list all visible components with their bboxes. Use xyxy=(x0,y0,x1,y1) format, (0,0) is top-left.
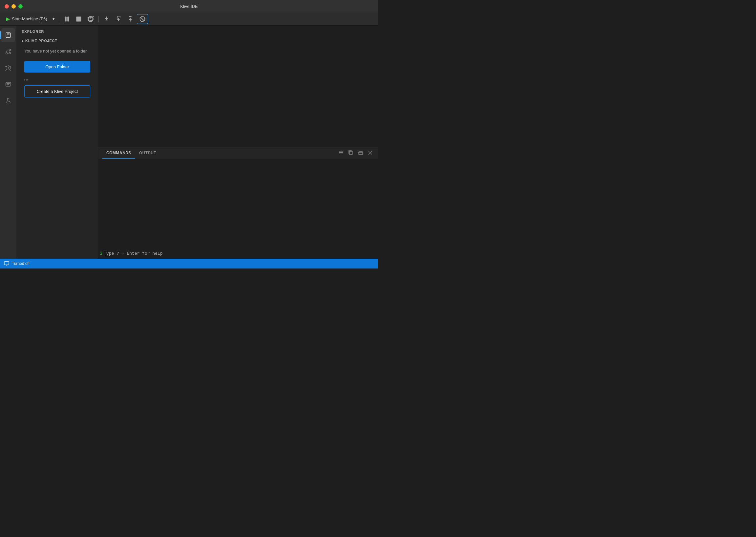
tasks-icon xyxy=(5,81,12,88)
panel: COMMANDS OUTPUT xyxy=(99,147,378,259)
copy-icon xyxy=(348,150,353,155)
svg-line-8 xyxy=(141,18,144,21)
step-out-icon xyxy=(127,16,134,22)
status-text: Turned off xyxy=(12,261,29,266)
debug-icon xyxy=(5,65,12,71)
svg-rect-18 xyxy=(339,152,343,153)
step-over-button[interactable] xyxy=(113,15,124,23)
pause-icon xyxy=(64,16,70,22)
toolbar-separator-2 xyxy=(99,16,99,22)
panel-tabs: COMMANDS OUTPUT xyxy=(99,147,378,159)
title-bar: Klive IDE xyxy=(0,0,378,13)
svg-rect-21 xyxy=(359,152,363,155)
stop-icon xyxy=(75,16,82,22)
panel-content: $ Type ? + Enter for help xyxy=(99,159,378,259)
project-title: KLIVE PROJECT xyxy=(25,39,58,43)
activity-item-tasks[interactable] xyxy=(1,77,15,91)
status-icon xyxy=(4,261,9,267)
svg-rect-20 xyxy=(349,151,352,155)
activity-bar xyxy=(0,25,17,259)
step-over-icon xyxy=(115,16,122,22)
panel-close-button[interactable] xyxy=(366,149,374,157)
restart-button[interactable] xyxy=(85,15,96,23)
project-section: ▾ KLIVE PROJECT You have not yet opened … xyxy=(17,36,98,100)
editor-area: COMMANDS OUTPUT xyxy=(99,25,378,259)
play-icon: ▶ xyxy=(6,16,10,22)
activity-item-git[interactable] xyxy=(1,45,15,59)
svg-rect-2 xyxy=(76,17,81,21)
project-title-row[interactable]: ▾ KLIVE PROJECT xyxy=(19,37,96,44)
run-dropdown-button[interactable]: ▾ xyxy=(51,15,56,22)
status-bar: Turned off xyxy=(0,259,378,268)
terminal-help-text: Type ? + Enter for help xyxy=(104,251,162,256)
step-into-icon xyxy=(103,16,110,22)
stop-button[interactable] xyxy=(73,15,84,23)
status-display-icon xyxy=(4,261,9,266)
toggle-button[interactable] xyxy=(137,14,148,24)
editor-content xyxy=(99,25,378,147)
step-out-button[interactable] xyxy=(125,15,136,23)
files-icon xyxy=(5,32,12,38)
tab-output[interactable]: OUTPUT xyxy=(135,148,160,158)
tab-commands[interactable]: COMMANDS xyxy=(102,148,135,158)
panel-maximize-button[interactable] xyxy=(356,149,365,157)
toolbar: ▶ Start Machine (F5) ▾ xyxy=(0,13,378,25)
minimize-button[interactable] xyxy=(12,4,16,9)
svg-rect-14 xyxy=(6,82,11,86)
close-panel-icon xyxy=(368,150,373,155)
no-folder-text: You have not yet opened a folder. xyxy=(19,44,96,59)
svg-point-10 xyxy=(6,53,8,54)
open-folder-button[interactable]: Open Folder xyxy=(24,61,90,72)
window-controls xyxy=(5,4,22,9)
run-button[interactable]: ▶ Start Machine (F5) xyxy=(3,15,50,23)
terminal-dollar: $ xyxy=(100,251,102,256)
svg-rect-17 xyxy=(339,151,343,152)
terminal-prompt: $ Type ? + Enter for help xyxy=(100,250,163,256)
pause-button[interactable] xyxy=(62,15,72,23)
list-icon xyxy=(338,150,343,155)
run-label: Start Machine (F5) xyxy=(12,17,47,21)
svg-point-12 xyxy=(9,53,11,54)
svg-rect-1 xyxy=(67,17,69,21)
svg-point-16 xyxy=(8,101,9,102)
close-button[interactable] xyxy=(5,4,9,9)
maximize-panel-icon xyxy=(358,150,363,155)
panel-copy-button[interactable] xyxy=(346,149,355,157)
activity-item-debug[interactable] xyxy=(1,61,15,75)
panel-actions xyxy=(337,149,374,157)
create-project-button[interactable]: Create a Klive Project xyxy=(24,85,90,98)
svg-rect-23 xyxy=(4,262,9,265)
svg-rect-0 xyxy=(65,17,66,21)
activity-item-lab[interactable] xyxy=(1,94,15,108)
git-icon xyxy=(5,48,12,55)
maximize-button[interactable] xyxy=(19,4,22,9)
panel-list-button[interactable] xyxy=(337,149,345,157)
toolbar-separator-1 xyxy=(59,16,59,22)
toggle-icon xyxy=(139,16,146,22)
window-title: Klive IDE xyxy=(180,4,198,9)
activity-item-explorer[interactable] xyxy=(1,28,15,42)
svg-rect-9 xyxy=(6,33,10,38)
svg-rect-19 xyxy=(339,154,343,154)
sidebar: EXPLORER ▾ KLIVE PROJECT You have not ye… xyxy=(17,25,99,259)
svg-point-15 xyxy=(8,102,8,103)
main-layout: EXPLORER ▾ KLIVE PROJECT You have not ye… xyxy=(0,25,378,259)
step-into-button[interactable] xyxy=(101,15,112,23)
restart-icon xyxy=(87,16,94,22)
chevron-down-icon: ▾ xyxy=(22,39,23,43)
or-text: or xyxy=(19,75,96,84)
svg-point-11 xyxy=(9,49,11,51)
sidebar-header: EXPLORER xyxy=(17,25,98,36)
lab-icon xyxy=(5,98,12,104)
